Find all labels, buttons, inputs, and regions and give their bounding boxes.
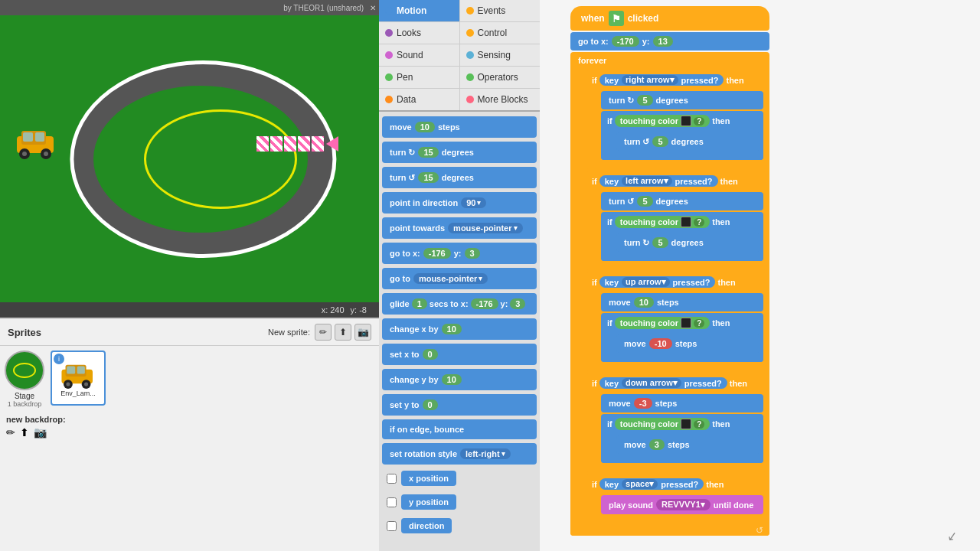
cat-pen[interactable]: Pen [379, 67, 459, 88]
touching-color-1-block[interactable]: touching color ? [615, 115, 710, 127]
block-change-y-input[interactable]: 10 [442, 374, 462, 385]
turn-ccw-5-input-1[interactable]: 5 [652, 136, 668, 147]
block-point-direction[interactable]: point in direction 90 [382, 192, 537, 214]
if-up-arrow[interactable]: if key up arrow▾ pressed? then move 10 s… [586, 272, 766, 371]
block-set-x[interactable]: set x to 0 [382, 344, 537, 365]
block-y-position-check[interactable] [387, 497, 397, 507]
touching-color-up-block[interactable]: touching color ? [615, 317, 710, 329]
forever-block[interactable]: forever if key right arrow▾ pressed? the… [570, 52, 769, 536]
block-set-y-input[interactable]: 0 [423, 399, 438, 410]
block-move-steps[interactable]: move 10 steps [382, 116, 537, 138]
block-rotation-style[interactable]: set rotation style left-right [382, 443, 537, 465]
block-move-input[interactable]: 10 [415, 122, 435, 132]
block-direction-check[interactable] [387, 521, 397, 531]
block-turn-cw-input[interactable]: 15 [418, 147, 438, 158]
cat-data[interactable]: Data [379, 89, 459, 110]
touching-color-left-block[interactable]: touching color ? [615, 216, 710, 228]
paint-sprite-btn[interactable]: ✏ [315, 324, 332, 341]
block-goto-y[interactable]: 3 [465, 248, 480, 259]
upload-backdrop-btn[interactable]: ⬆ [20, 426, 29, 439]
cat-motion[interactable]: Motion [379, 0, 459, 21]
if-down-arrow[interactable]: if key down arrow▾ pressed? then move -3… [586, 373, 766, 472]
cat-sensing-dot [466, 51, 474, 59]
block-glide[interactable]: glide 1 secs to x: -176 y: 3 [382, 293, 537, 315]
move-3-input[interactable]: 3 [649, 439, 665, 450]
block-turn-ccw[interactable]: turn ↺ 15 degrees [382, 167, 537, 188]
turn-ccw-5-block-left[interactable]: turn ↺ 5 degrees [601, 192, 763, 210]
move-neg3-block[interactable]: move -3 steps [601, 394, 763, 412]
block-goto-xy[interactable]: go to x: -176 y: 3 [382, 243, 537, 264]
env-lam-sprite-item[interactable]: i Env_Lam... [51, 350, 106, 406]
camera-backdrop-btn[interactable]: 📷 [34, 426, 47, 439]
play-sound-dropdown[interactable]: REVVVY1▾ [656, 499, 710, 510]
if-touch-color-down[interactable]: if touching color ? then move [601, 414, 763, 463]
if-touch-color-left[interactable]: if touching color ? then turn ↻ [601, 212, 763, 261]
block-change-y[interactable]: change y by 10 [382, 369, 537, 390]
camera-sprite-btn[interactable]: 📷 [354, 324, 371, 341]
cat-control[interactable]: Control [460, 22, 541, 44]
block-turn-cw[interactable]: turn ↻ 15 degrees [382, 142, 537, 163]
block-set-x-input[interactable]: 0 [423, 349, 438, 360]
hat-block-when-clicked[interactable]: when ⚑ clicked [570, 6, 769, 31]
cat-looks[interactable]: Looks [379, 22, 459, 44]
key-space-dropdown[interactable]: key space▾ pressed? [599, 478, 704, 490]
block-point-towards[interactable]: point towards mouse-pointer [382, 217, 537, 239]
if-touch-1-footer [601, 152, 763, 160]
cat-events[interactable]: Events [460, 0, 541, 21]
turn-cw-5-left-input[interactable]: 5 [652, 237, 668, 248]
block-goto-mouse-dropdown[interactable]: mouse-pointer [413, 273, 488, 284]
goto-y-value[interactable]: 13 [653, 36, 673, 47]
touching-color-down-block[interactable]: touching color ? [615, 418, 710, 430]
move-neg3-input[interactable]: -3 [634, 398, 652, 409]
cat-sound[interactable]: Sound [379, 44, 459, 66]
turn-cw-5-block[interactable]: turn ↻ 5 degrees [601, 91, 763, 109]
block-glide-secs[interactable]: 1 [412, 298, 427, 309]
cat-operators[interactable]: Operators [460, 67, 541, 88]
block-glide-y[interactable]: 3 [510, 298, 525, 309]
block-goto-x[interactable]: -176 [423, 248, 451, 259]
turn-ccw-5-block-1[interactable]: turn ↺ 5 degrees [616, 132, 760, 151]
main-script-stack: when ⚑ clicked go to x: -170 y: 13 forev… [570, 6, 769, 536]
turn-cw-5-block-left[interactable]: turn ↻ 5 degrees [616, 233, 760, 252]
block-if-edge[interactable]: if on edge, bounce [382, 419, 537, 439]
block-goto-mouse[interactable]: go to mouse-pointer [382, 268, 537, 289]
key-up-dropdown[interactable]: key up arrow▾ pressed? [599, 276, 716, 288]
cat-more-blocks[interactable]: More Blocks [460, 89, 541, 110]
move-10-input[interactable]: 10 [634, 297, 654, 308]
key-right-dropdown[interactable]: key right arrow▾ pressed? [599, 74, 724, 86]
move-neg10-block[interactable]: move -10 steps [616, 334, 760, 353]
turn-ccw-5-input-left[interactable]: 5 [637, 196, 652, 207]
if-left-arrow[interactable]: if key left arrow▾ pressed? then turn ↺ … [586, 171, 766, 270]
block-x-position[interactable]: x position [401, 471, 456, 486]
block-direction[interactable]: direction [401, 518, 452, 533]
sprites-title: Sprites [8, 327, 41, 338]
upload-sprite-btn[interactable]: ⬆ [335, 324, 351, 341]
block-rotation-dropdown[interactable]: left-right [460, 448, 511, 459]
block-turn-ccw-input[interactable]: 15 [418, 172, 438, 183]
paint-backdrop-btn[interactable]: ✏ [6, 426, 15, 439]
block-glide-x[interactable]: -176 [471, 298, 498, 309]
move-10-block[interactable]: move 10 steps [601, 293, 763, 311]
goto-x-value[interactable]: -170 [612, 36, 639, 47]
move-neg10-input[interactable]: -10 [649, 338, 672, 349]
if-space[interactable]: if key space▾ pressed? then play sound R… [586, 474, 766, 523]
block-change-x[interactable]: change x by 10 [382, 318, 537, 340]
block-point-dir-input[interactable]: 90 [461, 197, 486, 208]
close-btn[interactable]: ✕ [370, 4, 376, 12]
play-sound-block[interactable]: play sound REVVVY1▾ until done [601, 495, 763, 514]
block-point-towards-dropdown[interactable]: mouse-pointer [448, 223, 522, 233]
if-right-arrow[interactable]: if key right arrow▾ pressed? then turn ↻… [586, 70, 766, 169]
goto-xy-block[interactable]: go to x: -170 y: 13 [570, 32, 769, 51]
key-down-dropdown[interactable]: key down arrow▾ pressed? [599, 377, 727, 389]
key-left-dropdown[interactable]: key left arrow▾ pressed? [599, 175, 718, 187]
block-y-position[interactable]: y position [401, 494, 456, 510]
move-3-block[interactable]: move 3 steps [616, 435, 760, 454]
block-x-position-check[interactable] [387, 474, 397, 484]
if-touch-color-1[interactable]: if touching color ? then turn ↺ [601, 111, 763, 160]
turn-cw-5-input[interactable]: 5 [637, 95, 652, 106]
block-set-y[interactable]: set y to 0 [382, 394, 537, 416]
if-touch-color-up[interactable]: if touching color ? then move [601, 313, 763, 362]
cat-sensing[interactable]: Sensing [460, 44, 541, 66]
stage-sprite-item[interactable]: Stage 1 backdrop [5, 350, 44, 408]
block-change-x-input[interactable]: 10 [442, 324, 462, 334]
